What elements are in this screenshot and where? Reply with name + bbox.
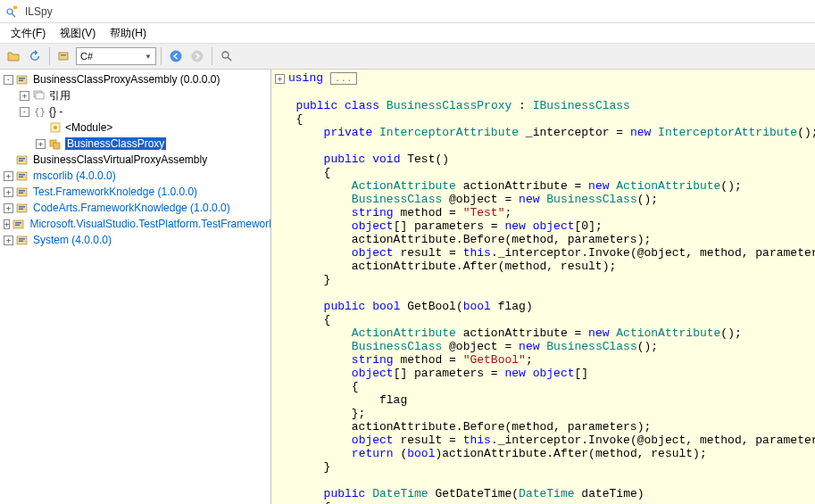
tree-label: Microsoft.VisualStudio.TestPlatform.Test…: [29, 218, 271, 230]
assembly-tree[interactable]: -BusinessClassProxyAssembly (0.0.0.0)+引用…: [0, 70, 271, 504]
tree-node[interactable]: +Test.FrameworkKnoledge (1.0.0.0): [2, 184, 269, 200]
tree-label: 引用: [49, 88, 71, 103]
tree-label: Test.FrameworkKnoledge (1.0.0.0): [33, 186, 197, 198]
code-line: }: [275, 273, 811, 286]
tree-node[interactable]: +BusinessClassProxy: [2, 136, 269, 152]
tree-node[interactable]: +mscorlib (4.0.0.0): [2, 168, 269, 184]
tree-label: BusinessClassVirtualProxyAssembly: [33, 153, 207, 166]
svg-rect-13: [36, 93, 44, 99]
svg-rect-18: [54, 143, 60, 149]
code-view[interactable]: +using ... public class BusinessClassPro…: [271, 70, 815, 504]
tree-toggle[interactable]: +: [4, 187, 13, 197]
ns-icon: {}: [32, 104, 46, 119]
tree-node[interactable]: +Microsoft.VisualStudio.TestPlatform.Tes…: [2, 216, 269, 232]
code-line: actionAttribute.After(method, result);: [275, 260, 811, 273]
assembly-icon: [16, 233, 30, 247]
code-line: BusinessClass @object = new BusinessClas…: [275, 193, 811, 206]
nav-back-button[interactable]: [166, 46, 186, 66]
svg-rect-10: [19, 78, 25, 79]
code-line: object[] parameters = new object[0];: [275, 219, 811, 233]
titlebar: ILSpy: [0, 0, 815, 23]
code-line: {: [275, 380, 811, 393]
code-line: public class BusinessClassProxy : IBusin…: [275, 99, 811, 112]
tree-toggle[interactable]: -: [4, 75, 13, 85]
svg-rect-26: [19, 190, 25, 192]
tree-toggle[interactable]: +: [4, 171, 13, 181]
svg-rect-33: [15, 225, 20, 227]
code-line: [275, 139, 811, 153]
svg-rect-32: [15, 222, 21, 224]
code-line: {: [275, 112, 811, 126]
svg-rect-30: [19, 209, 23, 211]
window-title: ILSpy: [25, 5, 53, 18]
code-line: +using ...: [275, 71, 811, 86]
tree-node[interactable]: <Module>: [2, 120, 269, 136]
svg-rect-2: [13, 6, 17, 9]
menu-file[interactable]: 文件(F): [4, 24, 53, 43]
tree-label: BusinessClassProxy: [65, 137, 166, 150]
svg-point-0: [7, 9, 12, 14]
assembly-icon: [16, 153, 30, 167]
svg-rect-21: [19, 161, 23, 162]
tree-toggle[interactable]: +: [4, 203, 13, 213]
toolbar-separator: [49, 47, 50, 65]
code-line: object result = this._interceptor.Invoke…: [275, 434, 811, 447]
tree-node[interactable]: +CodeArts.FrameworkKnowledge (1.0.0.0): [2, 200, 269, 216]
tree-node[interactable]: -BusinessClassProxyAssembly (0.0.0.0): [2, 71, 269, 87]
svg-point-7: [222, 52, 229, 58]
tree-toggle[interactable]: +: [20, 91, 29, 101]
svg-rect-27: [19, 193, 23, 194]
svg-rect-29: [19, 206, 25, 208]
code-line: }: [275, 460, 811, 474]
code-line: private InterceptorAttribute _intercepto…: [275, 126, 811, 139]
svg-point-16: [54, 126, 57, 129]
svg-rect-24: [19, 177, 23, 178]
tree-toggle[interactable]: +: [4, 235, 13, 245]
code-line: ActionAttribute actionAttribute = new Ac…: [275, 326, 811, 340]
code-line: object[] parameters = new object[]: [275, 367, 811, 380]
tree-toggle[interactable]: +: [36, 139, 46, 149]
language-select[interactable]: C# ▼: [76, 47, 156, 65]
code-line: BusinessClass @object = new BusinessClas…: [275, 340, 811, 353]
assembly-icon: [12, 217, 27, 231]
tree-toggle[interactable]: -: [20, 107, 29, 117]
tree-label: CodeArts.FrameworkKnowledge (1.0.0.0): [33, 202, 230, 214]
code-line: object result = this._interceptor.Invoke…: [275, 246, 811, 260]
tree-node[interactable]: +引用: [2, 87, 269, 103]
menubar: 文件(F) 视图(V) 帮助(H): [0, 23, 815, 43]
tree-label: {} -: [49, 105, 62, 118]
assembly-button[interactable]: [54, 46, 74, 66]
menu-help[interactable]: 帮助(H): [103, 24, 154, 43]
refresh-button[interactable]: [25, 46, 45, 66]
tree-node[interactable]: -{}{} -: [2, 103, 269, 120]
assembly-icon: [16, 185, 30, 199]
tree-label: <Module>: [65, 121, 112, 134]
code-line: [275, 474, 811, 487]
tree-toggle[interactable]: +: [4, 219, 10, 229]
code-line: public DateTime GetDateTime(DateTime dat…: [275, 487, 811, 500]
svg-line-1: [12, 13, 16, 17]
svg-point-5: [170, 51, 182, 62]
tree-node[interactable]: +System (4.0.0.0): [2, 232, 269, 248]
fold-toggle[interactable]: +: [275, 74, 285, 84]
menu-view[interactable]: 视图(V): [53, 24, 103, 43]
nav-forward-button[interactable]: [187, 46, 207, 66]
tree-label: mscorlib (4.0.0.0): [33, 169, 116, 182]
search-button[interactable]: [217, 46, 237, 66]
code-line: string method = "Test";: [275, 206, 811, 219]
chevron-down-icon: ▼: [145, 53, 152, 61]
code-line: {: [275, 500, 811, 504]
code-line: };: [275, 407, 811, 420]
open-button[interactable]: [4, 46, 23, 66]
assembly-icon: [16, 169, 30, 183]
svg-rect-4: [61, 54, 66, 56]
code-line: [275, 86, 811, 99]
tree-label: BusinessClassProxyAssembly (0.0.0.0): [33, 73, 220, 86]
code-line: {: [275, 313, 811, 326]
tree-node[interactable]: BusinessClassVirtualProxyAssembly: [2, 152, 269, 168]
tree-label: System (4.0.0.0): [33, 234, 112, 246]
toolbar-separator: [161, 47, 162, 65]
svg-rect-11: [19, 80, 23, 82]
class-icon: [48, 136, 62, 151]
toolbar: C# ▼: [0, 43, 815, 70]
